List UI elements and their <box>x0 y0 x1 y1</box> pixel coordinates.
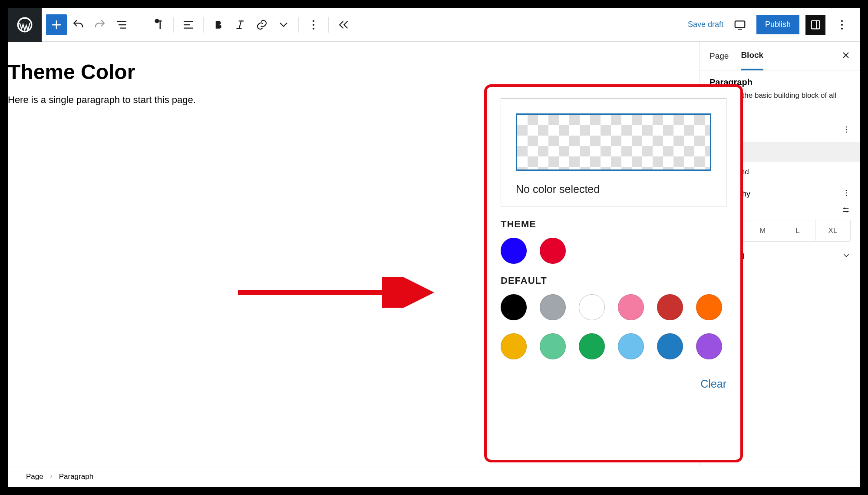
default-color-swatch-3[interactable] <box>618 294 644 320</box>
color-panel-options-icon[interactable] <box>842 125 851 136</box>
breadcrumb-current: Paragraph <box>59 472 93 481</box>
svg-point-9 <box>846 126 847 128</box>
size-l[interactable]: L <box>780 220 815 241</box>
svg-point-3 <box>313 27 314 29</box>
preview-button[interactable] <box>729 14 750 35</box>
svg-point-2 <box>313 23 314 25</box>
chevron-down-icon[interactable] <box>842 251 851 262</box>
default-color-swatch-10[interactable] <box>657 333 683 359</box>
options-button[interactable] <box>303 14 324 35</box>
more-options-button[interactable] <box>832 14 852 35</box>
svg-point-8 <box>841 27 843 29</box>
current-color-preview[interactable] <box>516 113 711 171</box>
svg-point-12 <box>846 190 847 191</box>
theme-color-swatch-0[interactable] <box>501 238 527 264</box>
size-m[interactable]: M <box>745 220 780 241</box>
more-rich-text-button[interactable] <box>273 14 294 35</box>
breadcrumb-root[interactable]: Page <box>26 472 43 481</box>
typography-options-icon[interactable] <box>842 189 851 199</box>
default-color-swatch-1[interactable] <box>540 294 566 320</box>
svg-point-16 <box>846 211 848 213</box>
settings-panel-toggle[interactable] <box>805 15 825 35</box>
default-color-swatch-4[interactable] <box>657 294 683 320</box>
breadcrumb: Page Paragraph <box>8 466 860 487</box>
wp-logo[interactable] <box>8 8 42 42</box>
color-picker-popover: No color selected THEME DEFAULT Clear <box>484 84 743 462</box>
svg-point-10 <box>846 129 847 130</box>
redo-button[interactable] <box>89 14 110 35</box>
tab-page[interactable]: Page <box>710 43 729 70</box>
svg-point-7 <box>841 23 843 25</box>
annotation-arrow <box>238 277 442 308</box>
document-overview-button[interactable] <box>111 14 132 35</box>
link-button[interactable] <box>251 14 272 35</box>
close-sidebar-button[interactable] <box>841 50 851 62</box>
svg-point-15 <box>844 208 845 209</box>
theme-section-label: THEME <box>501 219 726 230</box>
svg-rect-4 <box>735 21 745 27</box>
svg-point-1 <box>313 20 314 22</box>
default-color-swatch-11[interactable] <box>696 333 722 359</box>
custom-size-icon[interactable] <box>841 205 851 216</box>
tab-block[interactable]: Block <box>741 42 763 70</box>
save-draft-button[interactable]: Save draft <box>688 20 723 29</box>
default-color-swatch-2[interactable] <box>579 294 605 320</box>
default-color-swatch-9[interactable] <box>618 333 644 359</box>
default-color-swatch-0[interactable] <box>501 294 527 320</box>
clear-color-button[interactable]: Clear <box>501 371 726 390</box>
bold-button[interactable] <box>208 14 229 35</box>
chevron-right-icon <box>49 472 54 481</box>
default-color-swatch-5[interactable] <box>696 294 722 320</box>
align-button[interactable] <box>178 14 199 35</box>
italic-button[interactable] <box>230 14 251 35</box>
size-xl[interactable]: XL <box>815 220 850 241</box>
editor-toolbar: Save draft Publish <box>8 8 860 42</box>
add-block-button[interactable] <box>46 14 67 35</box>
default-color-swatch-7[interactable] <box>540 333 566 359</box>
publish-button[interactable]: Publish <box>756 15 799 34</box>
svg-rect-5 <box>812 20 820 29</box>
default-color-swatch-6[interactable] <box>501 333 527 359</box>
collapse-toolbar-button[interactable] <box>333 14 354 35</box>
theme-color-swatch-1[interactable] <box>540 238 566 264</box>
paragraph-block-icon[interactable] <box>148 14 169 35</box>
svg-point-14 <box>846 195 847 196</box>
svg-point-11 <box>846 132 847 133</box>
svg-point-13 <box>846 193 847 194</box>
no-color-label: No color selected <box>516 171 711 196</box>
default-color-swatch-8[interactable] <box>579 333 605 359</box>
undo-button[interactable] <box>68 14 89 35</box>
default-section-label: DEFAULT <box>501 275 726 286</box>
svg-point-6 <box>841 20 843 22</box>
